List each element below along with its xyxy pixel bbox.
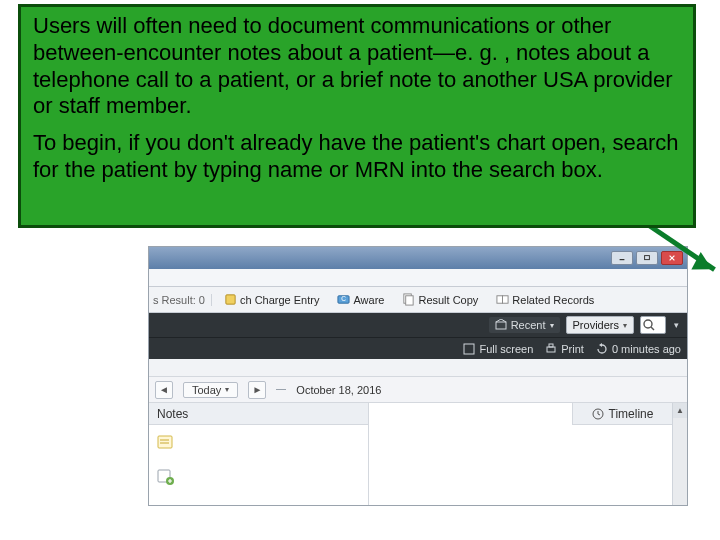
svg-rect-7 bbox=[497, 296, 503, 303]
result-copy-button[interactable]: Result Copy bbox=[396, 290, 484, 309]
main-toolbar: s Result: 0 ch Charge Entry C Aware Resu… bbox=[149, 287, 687, 313]
fullscreen-label: Full screen bbox=[479, 343, 533, 355]
patient-search-input[interactable] bbox=[640, 316, 666, 334]
result-copy-icon bbox=[402, 293, 415, 306]
chevron-left-icon: ◄ bbox=[159, 384, 169, 395]
svg-point-10 bbox=[644, 320, 652, 328]
timeline-panel-header[interactable]: Timeline bbox=[572, 403, 672, 425]
callout-paragraph-1: Users will often need to document commun… bbox=[33, 13, 681, 120]
search-dropdown-caret[interactable]: ▾ bbox=[672, 320, 681, 330]
chevron-down-icon: ▾ bbox=[623, 321, 627, 330]
minimize-button[interactable] bbox=[611, 251, 633, 265]
svg-rect-2 bbox=[226, 295, 235, 304]
today-button[interactable]: Today ▾ bbox=[183, 382, 238, 398]
svg-rect-14 bbox=[549, 344, 553, 347]
note-document-icon[interactable] bbox=[157, 435, 175, 451]
providers-label: Providers bbox=[573, 319, 619, 331]
separator bbox=[276, 389, 286, 390]
providers-dropdown[interactable]: Providers ▾ bbox=[566, 316, 634, 334]
print-button[interactable]: Print bbox=[545, 343, 584, 355]
aware-button[interactable]: C Aware bbox=[331, 290, 390, 309]
related-records-label: Related Records bbox=[512, 294, 594, 306]
prev-day-button[interactable]: ◄ bbox=[155, 381, 173, 399]
svg-rect-15 bbox=[158, 436, 172, 448]
toolbar-lead-text: s Result: 0 bbox=[153, 294, 212, 306]
svg-rect-8 bbox=[503, 296, 509, 303]
instruction-callout: Users will often need to document commun… bbox=[18, 4, 696, 228]
refresh-status[interactable]: 0 minutes ago bbox=[596, 343, 681, 355]
view-actions-bar: Full screen Print 0 minutes ago bbox=[149, 337, 687, 359]
notes-panel-header[interactable]: Notes bbox=[149, 403, 368, 425]
chevron-down-icon: ▾ bbox=[550, 321, 554, 330]
notes-panel: Notes bbox=[149, 403, 369, 506]
notes-panel-body bbox=[149, 425, 368, 495]
scroll-track[interactable] bbox=[673, 418, 687, 506]
aware-icon: C bbox=[337, 293, 350, 306]
aware-label: Aware bbox=[353, 294, 384, 306]
maximize-icon bbox=[642, 254, 652, 262]
charge-entry-button[interactable]: ch Charge Entry bbox=[218, 290, 325, 309]
maximize-button[interactable] bbox=[636, 251, 658, 265]
today-label: Today bbox=[192, 384, 221, 396]
menu-bar bbox=[149, 269, 687, 287]
svg-rect-1 bbox=[645, 256, 650, 260]
patient-context-bar: Recent ▾ Providers ▾ ▾ bbox=[149, 313, 687, 337]
chevron-right-icon: ► bbox=[252, 384, 262, 395]
next-day-button[interactable]: ► bbox=[248, 381, 266, 399]
recent-label: Recent bbox=[511, 319, 546, 331]
svg-rect-12 bbox=[464, 344, 474, 354]
svg-rect-13 bbox=[547, 347, 555, 352]
print-icon bbox=[545, 343, 557, 355]
search-icon bbox=[642, 318, 656, 332]
callout-paragraph-2: To begin, if you don't already have the … bbox=[33, 130, 681, 184]
svg-text:C: C bbox=[342, 295, 347, 302]
minimize-icon bbox=[617, 254, 627, 262]
recent-dropdown[interactable]: Recent ▾ bbox=[489, 317, 560, 333]
charge-entry-icon bbox=[224, 293, 237, 306]
window-titlebar bbox=[149, 247, 687, 269]
svg-rect-9 bbox=[496, 322, 506, 329]
recent-icon bbox=[495, 319, 507, 331]
current-date-label: October 18, 2016 bbox=[296, 384, 381, 396]
timeline-panel: Timeline bbox=[369, 403, 672, 506]
vertical-scrollbar[interactable]: ▲ ▼ bbox=[672, 403, 687, 506]
date-nav-bar: ◄ Today ▾ ► October 18, 2016 bbox=[149, 377, 687, 403]
result-copy-label: Result Copy bbox=[418, 294, 478, 306]
charge-entry-label: ch Charge Entry bbox=[240, 294, 319, 306]
scroll-up-button[interactable]: ▲ bbox=[673, 403, 687, 418]
timeline-panel-title: Timeline bbox=[609, 407, 654, 421]
svg-rect-6 bbox=[406, 296, 413, 305]
close-icon bbox=[667, 254, 677, 262]
fullscreen-button[interactable]: Full screen bbox=[463, 343, 533, 355]
refresh-label: 0 minutes ago bbox=[612, 343, 681, 355]
close-button[interactable] bbox=[661, 251, 683, 265]
chevron-down-icon: ▾ bbox=[225, 385, 229, 394]
svg-line-11 bbox=[651, 327, 654, 330]
ehr-window: s Result: 0 ch Charge Entry C Aware Resu… bbox=[148, 246, 688, 506]
notes-panel-title: Notes bbox=[157, 407, 188, 421]
related-records-icon bbox=[496, 293, 509, 306]
fullscreen-icon bbox=[463, 343, 475, 355]
add-note-icon[interactable] bbox=[157, 469, 175, 485]
refresh-icon bbox=[596, 343, 608, 355]
content-area: Notes Timeline bbox=[149, 403, 687, 506]
clock-icon bbox=[592, 408, 604, 420]
print-label: Print bbox=[561, 343, 584, 355]
related-records-button[interactable]: Related Records bbox=[490, 290, 600, 309]
spacer-bar bbox=[149, 359, 687, 377]
